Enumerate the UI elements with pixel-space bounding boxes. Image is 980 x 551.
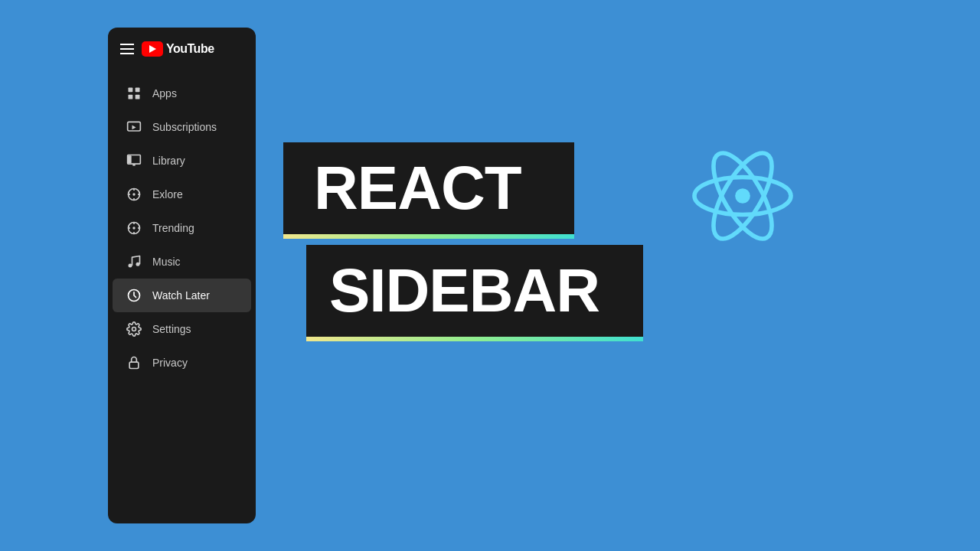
- svg-rect-2: [129, 95, 133, 99]
- hamburger-icon[interactable]: [120, 44, 134, 54]
- title-cards: REACT SIDEBAR: [283, 142, 643, 341]
- sidebar-item-explore[interactable]: Exlore: [113, 178, 251, 211]
- sidebar-item-settings[interactable]: Settings: [113, 312, 251, 346]
- svg-point-21: [129, 264, 132, 268]
- settings-label: Settings: [152, 323, 191, 335]
- react-card: REACT: [283, 142, 574, 234]
- sidebar-card: SIDEBAR: [306, 245, 643, 337]
- sidebar-item-music[interactable]: Music: [113, 245, 251, 279]
- card-divider-2: [306, 337, 643, 341]
- svg-rect-6: [128, 155, 132, 163]
- sidebar: YouTube Apps Subscr: [108, 28, 256, 523]
- svg-point-29: [735, 188, 750, 204]
- react-atom-svg: [689, 142, 796, 249]
- sidebar-title: SIDEBAR: [329, 260, 620, 321]
- svg-rect-25: [129, 362, 139, 368]
- settings-icon: [126, 321, 142, 337]
- youtube-logo: YouTube: [142, 41, 214, 57]
- svg-point-22: [136, 262, 140, 266]
- sidebar-item-library[interactable]: Library: [113, 144, 251, 178]
- library-label: Library: [152, 155, 185, 167]
- library-icon: [126, 153, 142, 168]
- explore-label: Exlore: [152, 188, 183, 201]
- svg-rect-1: [136, 88, 140, 93]
- clock-icon: [126, 288, 142, 303]
- youtube-icon: [142, 41, 163, 57]
- apps-label: Apps: [152, 87, 177, 99]
- svg-rect-3: [136, 95, 140, 99]
- privacy-label: Privacy: [152, 357, 188, 369]
- subscriptions-label: Subscriptions: [152, 121, 217, 133]
- sidebar-item-privacy[interactable]: Privacy: [113, 346, 251, 380]
- sidebar-item-trending[interactable]: Trending: [113, 211, 251, 245]
- explore-icon: [126, 187, 142, 202]
- sidebar-item-subscriptions[interactable]: Subscriptions: [113, 110, 251, 144]
- react-title: REACT: [314, 158, 544, 219]
- trending-icon: [126, 220, 142, 236]
- youtube-wordmark: YouTube: [166, 42, 214, 56]
- svg-point-24: [132, 328, 136, 331]
- trending-label: Trending: [152, 222, 194, 234]
- music-label: Music: [152, 256, 181, 268]
- svg-point-10: [132, 193, 135, 195]
- sidebar-header: YouTube: [108, 28, 256, 70]
- svg-point-16: [132, 227, 135, 229]
- sidebar-item-apps[interactable]: Apps: [113, 77, 251, 110]
- svg-rect-0: [129, 88, 133, 93]
- sidebar-item-watch-later[interactable]: Watch Later: [113, 279, 251, 312]
- music-icon: [126, 254, 142, 269]
- main-content: REACT SIDEBAR: [283, 28, 952, 341]
- subscriptions-icon: [126, 119, 142, 135]
- grid-icon: [126, 86, 142, 101]
- lock-icon: [126, 355, 142, 370]
- sidebar-nav: Apps Subscriptions Library: [108, 70, 256, 386]
- react-logo: [689, 142, 796, 249]
- watch-later-label: Watch Later: [152, 289, 210, 302]
